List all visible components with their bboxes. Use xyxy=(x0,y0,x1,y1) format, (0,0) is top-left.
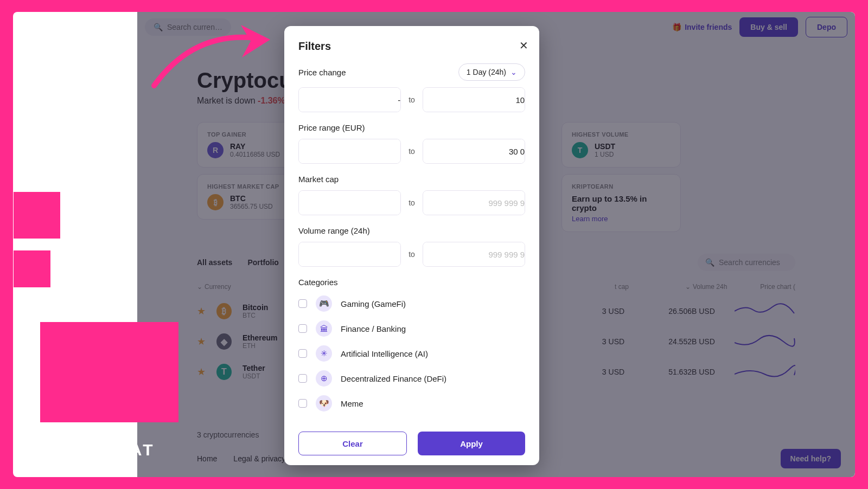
apply-button[interactable]: Apply xyxy=(418,432,525,455)
category-icon: 🏛 xyxy=(316,320,332,337)
category-label: Gaming (GameFi) xyxy=(341,299,406,308)
category-row[interactable]: ✳Artificial Intelligence (AI) xyxy=(298,345,525,362)
decorative-block xyxy=(14,192,60,239)
price-range-to-input[interactable]: EUR xyxy=(423,139,525,164)
category-checkbox[interactable] xyxy=(298,374,307,383)
category-label: Finance / Banking xyxy=(341,324,406,333)
price-range-from-input[interactable]: EUR xyxy=(298,139,401,164)
volume-range-label: Volume range (24h) xyxy=(298,226,525,235)
decorative-block xyxy=(40,322,178,422)
close-icon[interactable]: ✕ xyxy=(519,39,528,52)
filters-modal: Filters ✕ Price change 1 Day (24h) ⌄ % t… xyxy=(284,26,539,465)
price-change-from-input[interactable]: % xyxy=(298,87,401,112)
price-change-label: Price change xyxy=(298,68,346,77)
category-row[interactable]: 🏛Finance / Banking xyxy=(298,320,525,337)
decorative-block xyxy=(14,250,50,287)
volume-from-input[interactable]: EUR xyxy=(298,242,401,267)
category-icon: 🎮 xyxy=(316,295,332,312)
category-label: Decentralized Finance (DeFi) xyxy=(341,374,446,383)
category-checkbox[interactable] xyxy=(298,299,307,308)
clear-button[interactable]: Clear xyxy=(298,432,407,455)
price-change-to-input[interactable]: % xyxy=(423,87,525,112)
logo-icon xyxy=(15,440,35,460)
category-icon: 🐶 xyxy=(316,395,332,411)
category-label: Artificial Intelligence (AI) xyxy=(341,349,428,358)
volume-to-input[interactable]: EUR xyxy=(423,242,525,267)
category-label: Meme xyxy=(341,399,363,408)
category-icon: ✳ xyxy=(316,345,332,362)
category-checkbox[interactable] xyxy=(298,399,307,408)
category-checkbox[interactable] xyxy=(298,324,307,333)
market-cap-to-input[interactable]: EUR xyxy=(423,190,525,215)
period-dropdown[interactable]: 1 Day (24h) ⌄ xyxy=(458,63,525,81)
modal-title: Filters xyxy=(298,40,525,53)
categories-label: Categories xyxy=(298,278,525,287)
category-row[interactable]: ⊕Decentralized Finance (DeFi) xyxy=(298,370,525,387)
kriptomat-logo: KRIPTOMAT CRYPTO BUT SIMPLE xyxy=(15,440,155,467)
category-icon: ⊕ xyxy=(316,370,332,387)
price-range-label: Price range (EUR) xyxy=(298,123,525,132)
category-row[interactable]: 🎮Gaming (GameFi) xyxy=(298,295,525,312)
chevron-down-icon: ⌄ xyxy=(510,68,517,76)
category-row[interactable]: 🐶Meme xyxy=(298,395,525,411)
category-checkbox[interactable] xyxy=(298,349,307,358)
market-cap-label: Market cap xyxy=(298,175,525,184)
market-cap-from-input[interactable]: EUR xyxy=(298,190,401,215)
